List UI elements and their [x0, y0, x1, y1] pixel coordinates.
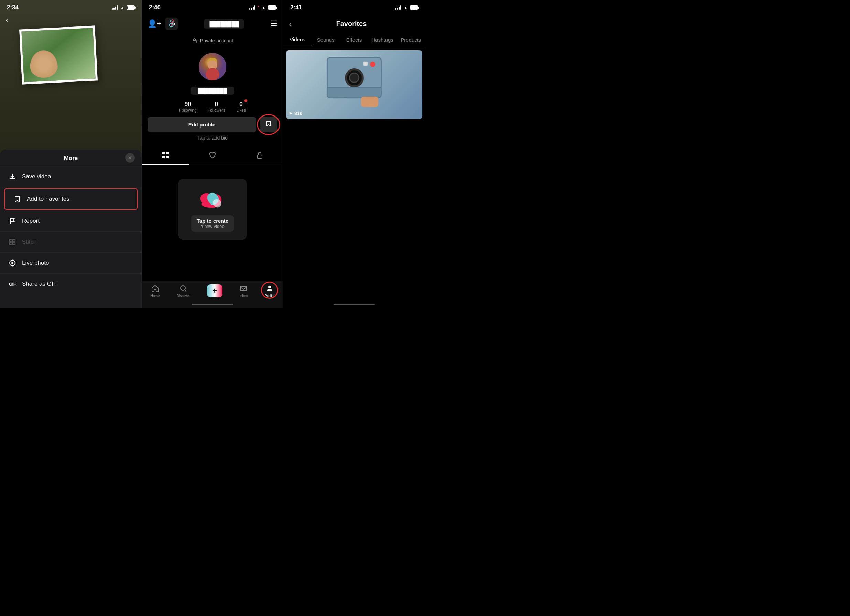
- username-bar: ████████: [204, 19, 244, 28]
- share-gif-label: Share as GIF: [22, 281, 57, 287]
- signal-icon: [112, 6, 118, 10]
- avatar: [199, 53, 226, 81]
- followers-stat[interactable]: 0 Followers: [208, 101, 225, 113]
- avatar-container: [142, 49, 283, 84]
- tab-private[interactable]: [236, 146, 283, 164]
- discover-label: Discover: [177, 294, 190, 298]
- close-button[interactable]: ✕: [125, 153, 135, 163]
- followers-label: Followers: [208, 108, 225, 113]
- report-item[interactable]: Report: [0, 211, 142, 232]
- save-video-item[interactable]: Save video: [0, 166, 142, 187]
- sheet-title: More: [64, 155, 78, 162]
- status-icons: ▲: [112, 5, 135, 10]
- bar4: [117, 6, 118, 10]
- svg-rect-16: [162, 152, 165, 154]
- home-indicator: [192, 304, 233, 305]
- photo-people: [29, 49, 58, 78]
- following-stat[interactable]: 90 Following: [179, 101, 197, 113]
- nav-profile[interactable]: Profile: [265, 284, 274, 298]
- tab-videos[interactable]: Videos: [283, 33, 311, 46]
- home-indicator: [334, 304, 375, 305]
- tab-hashtags[interactable]: Hashtags: [368, 33, 397, 46]
- bookmark-icon: [265, 120, 272, 127]
- bar3: [115, 6, 116, 10]
- live-photo-icon: [8, 259, 16, 267]
- profile-actions: Edit profile: [142, 117, 283, 132]
- likes-stat[interactable]: 0 Likes: [236, 101, 246, 113]
- photo-image: [21, 28, 95, 82]
- profile-username: ████████: [142, 87, 283, 94]
- bio-tap-hint[interactable]: Tap to add bio: [142, 132, 283, 144]
- svg-point-5: [11, 262, 13, 264]
- fav-video-item[interactable]: 810: [286, 50, 422, 119]
- svg-point-21: [181, 286, 186, 290]
- nav-discover[interactable]: Discover: [177, 284, 190, 298]
- create-video-section: Tap to create a new video: [142, 165, 283, 254]
- favorites-video-grid: 810: [283, 48, 425, 122]
- tab-products[interactable]: Products: [397, 33, 425, 46]
- svg-rect-19: [166, 156, 169, 158]
- tab-liked[interactable]: [189, 146, 236, 164]
- lens-inner: [349, 73, 359, 83]
- favorites-topbar: ‹ Favorites: [283, 15, 425, 32]
- avatar-art: [199, 53, 226, 81]
- nav-home[interactable]: Home: [151, 284, 160, 298]
- battery-fill: [127, 6, 134, 9]
- battery-tip: [135, 6, 136, 9]
- back-button[interactable]: ‹: [289, 19, 292, 28]
- tab-sounds[interactable]: Sounds: [311, 33, 340, 46]
- nav-inbox[interactable]: Inbox: [239, 284, 248, 298]
- play-icon: [289, 111, 293, 115]
- create-art: [195, 187, 230, 211]
- svg-rect-20: [257, 155, 262, 158]
- back-button[interactable]: ‹: [6, 15, 8, 25]
- panel-more-menu: 2:34 ▲ ‹ More ✕: [0, 0, 142, 308]
- home-icon: [151, 284, 159, 293]
- battery-fill: [411, 6, 417, 9]
- status-bar: 2:41 ▲: [283, 0, 425, 15]
- add-friend-icon[interactable]: 👤+: [148, 19, 161, 28]
- profile-label: Profile: [265, 294, 274, 298]
- tiktok-logo: [165, 18, 178, 30]
- more-menu-sheet: More ✕ Save video Add to Favorites: [0, 150, 142, 308]
- svg-rect-18: [162, 156, 165, 158]
- create-tap-text: Tap to create: [197, 218, 228, 224]
- inbox-icon: [239, 284, 248, 293]
- tab-videos[interactable]: [142, 146, 189, 164]
- signal-icon: [249, 6, 256, 10]
- panel-profile: 2:40 ● ▲ 👤+: [142, 0, 283, 308]
- grid-icon: [161, 151, 169, 159]
- heart-outline-icon: [208, 151, 217, 160]
- gif-text: GIF: [9, 281, 16, 287]
- nav-create[interactable]: +: [207, 284, 223, 298]
- red-dot-indicator: ●: [257, 5, 259, 8]
- profile-content-tabs: [142, 146, 283, 165]
- page-title: Favorites: [297, 20, 406, 28]
- shutter-button: [370, 61, 376, 67]
- create-new-video-text: a new video: [197, 224, 228, 229]
- svg-point-15: [206, 68, 219, 81]
- create-plus-button[interactable]: +: [207, 284, 223, 298]
- following-count: 90: [179, 101, 197, 108]
- hamburger-menu-icon[interactable]: ☰: [271, 19, 277, 28]
- svg-point-8: [171, 24, 172, 26]
- panel-favorites: 2:41 ▲ ‹ Favorites Videos Sounds Effects…: [283, 0, 425, 308]
- private-notice-text: Private account: [142, 34, 283, 47]
- tab-effects[interactable]: Effects: [340, 33, 368, 46]
- stats-row: 90 Following 0 Followers 0 Likes: [142, 97, 283, 117]
- bookmark-button[interactable]: [260, 117, 277, 132]
- edit-profile-button[interactable]: Edit profile: [148, 117, 256, 132]
- svg-rect-2: [10, 242, 12, 245]
- hand: [361, 97, 378, 107]
- stitch-label: Stitch: [22, 239, 37, 245]
- battery-fill: [269, 6, 275, 9]
- battery-icon: [410, 6, 418, 10]
- add-favorites-item[interactable]: Add to Favorites: [4, 188, 138, 210]
- svg-point-22: [268, 286, 271, 289]
- likes-count: 0: [236, 101, 246, 108]
- live-photo-item[interactable]: Live photo: [0, 253, 142, 274]
- time-display: 2:34: [7, 4, 19, 11]
- share-gif-item[interactable]: GIF Share as GIF: [0, 274, 142, 294]
- camera-base: [328, 87, 381, 97]
- create-video-card[interactable]: Tap to create a new video: [178, 179, 247, 240]
